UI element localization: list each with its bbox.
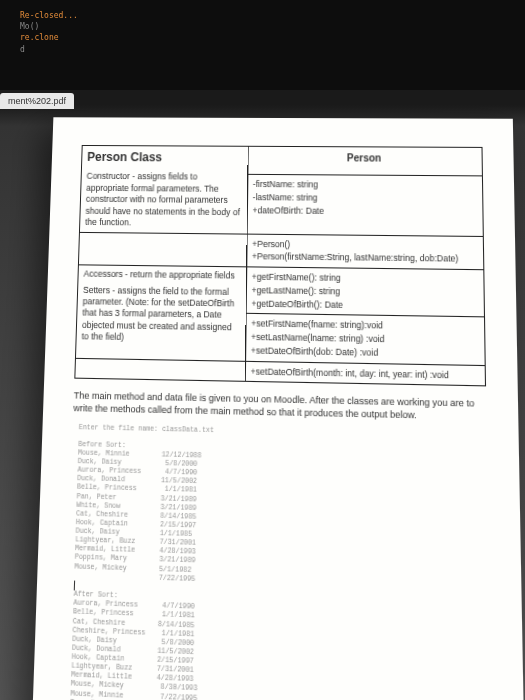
setters-description: Setters - assigns the field to the forma… — [81, 284, 240, 346]
page-title: Person Class — [87, 149, 242, 166]
text-cursor — [74, 580, 75, 590]
setter-row: +setDateOfBirth(dob: Date) :void — [251, 344, 480, 361]
code-line: d — [20, 44, 505, 55]
before-sort-rows: Mouse, Minnie 12/12/1988 Duck, Daisy 5/8… — [74, 449, 201, 583]
code-line: re.clone — [20, 32, 505, 43]
code-line: Mo() — [20, 21, 505, 32]
instructions-paragraph: The main method and data file is given t… — [73, 389, 486, 423]
constructor-row: +Person(firstName:String, lastName:strin… — [252, 250, 478, 266]
pdf-tab[interactable]: ment%202.pdf — [0, 93, 74, 109]
getter-row: +getDateOfBirth(): Date — [251, 297, 478, 314]
after-sort-rows: Aurora, Princess 4/7/1990 Belle, Princes… — [69, 599, 197, 700]
constructor-description: Constructor - assigns fields to appropri… — [85, 171, 242, 230]
sort-label: After Sort: — [74, 591, 119, 600]
field-row: +dateOfBirth: Date — [252, 204, 477, 219]
uml-class-table: Person Class Constructor - assigns field… — [74, 145, 486, 387]
document-page: Person Class Constructor - assigns field… — [31, 117, 525, 700]
class-name-header: Person — [247, 146, 482, 176]
terminal-output: Enter the file name: classData.txt Befor… — [69, 423, 491, 700]
accessors-description: Accessors - return the appropriate field… — [83, 268, 240, 282]
setter-row: +setDateOfBirth(month: int, day: int, ye… — [251, 365, 480, 383]
tab-label: ment%202.pdf — [8, 96, 66, 106]
sort-label: Before Sort: — [78, 441, 126, 450]
ide-code-background: Re-closed... Mo() re.clone d — [0, 0, 525, 90]
code-line: Re-closed... — [20, 10, 505, 21]
terminal-prompt: Enter the file name: classData.txt — [79, 423, 214, 433]
